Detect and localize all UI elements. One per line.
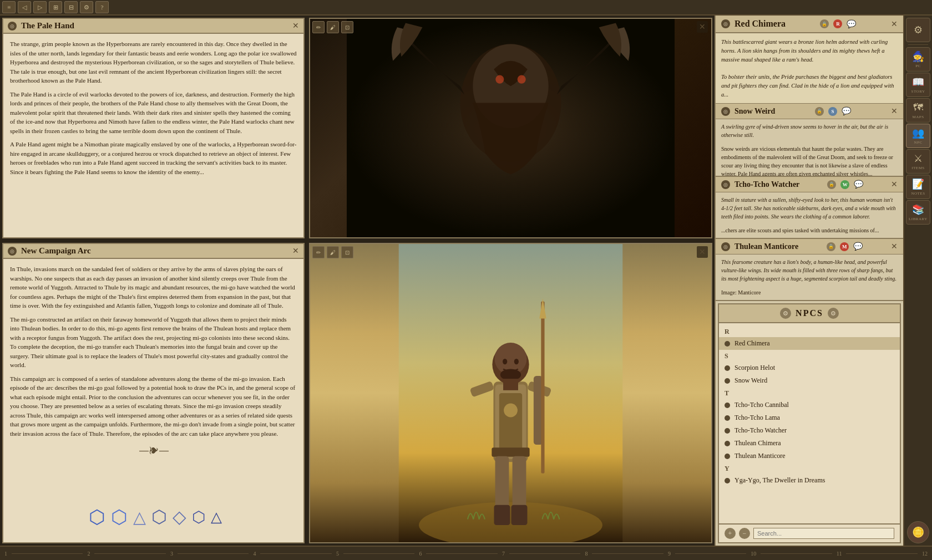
tcho-tcho-desc: Small in stature with a sullen, shifty-e… bbox=[716, 192, 903, 224]
svg-rect-24 bbox=[541, 301, 544, 473]
snow-weird-title: Snow Weird bbox=[735, 107, 775, 116]
die-tetra[interactable]: △ bbox=[211, 508, 222, 526]
die-d20-2[interactable]: ⬡ bbox=[111, 506, 128, 528]
menu-btn[interactable]: ≡ bbox=[2, 1, 16, 13]
monster-image bbox=[310, 19, 711, 237]
sidebar-npc[interactable]: 👥 NPC bbox=[906, 124, 930, 148]
manticore-lock[interactable]: 🔒 bbox=[827, 242, 835, 251]
ruler-3: 3 bbox=[170, 551, 173, 557]
tcho-tcho-close[interactable]: ✕ bbox=[891, 180, 898, 189]
die-d10[interactable]: ⬡ bbox=[192, 508, 205, 526]
img-btn-brush[interactable]: 🖌 bbox=[327, 21, 339, 33]
section-s: S bbox=[719, 350, 900, 362]
settings-btn[interactable]: ⚙ bbox=[80, 1, 93, 13]
sidebar-token[interactable]: 🪙 bbox=[907, 521, 929, 543]
tick-10 bbox=[761, 553, 832, 554]
snow-weird-orb: ◎ bbox=[721, 107, 730, 116]
minus-btn[interactable]: ⊟ bbox=[64, 1, 78, 13]
manticore-chat[interactable]: 💬 bbox=[853, 242, 863, 251]
snow-weird-chat[interactable]: 💬 bbox=[842, 106, 851, 116]
npcs-cog[interactable]: ⚙ bbox=[780, 308, 791, 319]
sidebar-gear[interactable]: ⚙ bbox=[906, 18, 930, 42]
sidebar-notes[interactable]: 📝 NOTES bbox=[906, 175, 930, 199]
s-badge: S bbox=[828, 107, 837, 116]
tcho-tcho-lock[interactable]: 🔒 bbox=[827, 180, 836, 189]
npc-item-snow-weird[interactable]: Snow Weird bbox=[719, 374, 900, 387]
help-btn[interactable]: ? bbox=[95, 1, 109, 13]
back-btn[interactable]: ◁ bbox=[18, 1, 31, 13]
warrior-image bbox=[310, 244, 711, 542]
story-icon: 📖 bbox=[912, 76, 924, 88]
tick-9 bbox=[675, 553, 746, 554]
warrior-img-btn-edit[interactable]: ✏ bbox=[312, 246, 325, 258]
sidebar-pc[interactable]: 🧙 PC bbox=[906, 47, 930, 72]
section-y: Y bbox=[719, 462, 900, 474]
red-chimera-section: ◎ Red Chimera 🔒 R 💬 ✕ This battlescarred… bbox=[716, 16, 903, 104]
campaign-title: New Campaign Arc bbox=[21, 246, 91, 256]
die-d8[interactable]: ◇ bbox=[173, 506, 186, 527]
notes-icon: 📝 bbox=[912, 178, 924, 190]
campaign-close[interactable]: ✕ bbox=[292, 246, 299, 256]
pale-hand-panel: ◎ The Pale Hand ✕ The strange, grim peop… bbox=[2, 18, 305, 238]
campaign-p3: This campaign arc is composed of a serie… bbox=[10, 374, 297, 439]
pc-label: PC bbox=[915, 64, 921, 68]
pale-hand-close[interactable]: ✕ bbox=[292, 21, 299, 30]
red-chimera-desc1: This battlescarred giant wears a bronze … bbox=[721, 38, 898, 64]
sidebar-maps[interactable]: 🗺 MAPS bbox=[906, 98, 930, 123]
warrior-img-btn-crop[interactable]: ⊡ bbox=[341, 246, 353, 258]
red-chimera-title: Red Chimera bbox=[735, 19, 786, 29]
forward-btn[interactable]: ▷ bbox=[33, 1, 47, 13]
snow-weird-lock[interactable]: 🔒 bbox=[815, 107, 824, 116]
tcho-tcho-chat[interactable]: 💬 bbox=[854, 180, 863, 189]
sidebar-library[interactable]: 📚 LIBRARY bbox=[906, 200, 930, 225]
svg-rect-10 bbox=[492, 447, 529, 457]
monster-image-panel: ✏ 🖌 ⊡ bbox=[309, 18, 712, 238]
npc-item-yga-ygo[interactable]: Yga-Ygo, The Dweller in Dreams bbox=[719, 474, 900, 487]
tick-2 bbox=[94, 553, 165, 554]
npc-dot-red-chimera bbox=[725, 341, 730, 347]
red-chimera-close[interactable]: ✕ bbox=[891, 19, 898, 29]
snow-weird-close[interactable]: ✕ bbox=[891, 106, 898, 116]
lock-badge[interactable]: 🔒 bbox=[820, 19, 829, 28]
grid-btn[interactable]: ⊞ bbox=[49, 1, 62, 13]
tcho-tcho-header: ◎ Tcho-Tcho Watcher 🔒 W 💬 ✕ bbox=[716, 177, 903, 192]
pale-hand-title: The Pale Hand bbox=[21, 21, 74, 30]
warrior-panel-close[interactable]: ✕ bbox=[697, 246, 708, 258]
npc-dot-thulean-chimera bbox=[725, 441, 730, 446]
chat-icon[interactable]: 💬 bbox=[847, 19, 856, 29]
img-btn-edit[interactable]: ✏ bbox=[312, 21, 325, 33]
die-d20-1[interactable]: ⬡ bbox=[89, 506, 105, 528]
tcho-tcho-title: Tcho-Tcho Watcher bbox=[735, 180, 799, 189]
npc-item-tcho-lama[interactable]: Tcho-Tcho Lama bbox=[719, 411, 900, 424]
pc-icon: 🧙 bbox=[912, 50, 924, 63]
npc-name-tcho-lama: Tcho-Tcho Lama bbox=[735, 414, 780, 422]
npc-item-red-chimera[interactable]: Red Chimera bbox=[719, 337, 900, 350]
image-panel-close[interactable]: ✕ bbox=[697, 21, 708, 33]
die-d6[interactable]: ⬡ bbox=[151, 506, 167, 527]
sidebar-items[interactable]: ⚔ ITEMS bbox=[906, 149, 930, 174]
svg-point-17 bbox=[503, 359, 507, 364]
manticore-close[interactable]: ✕ bbox=[891, 242, 898, 251]
right-panel: ◎ Red Chimera 🔒 R 💬 ✕ This battlescarred… bbox=[715, 16, 903, 546]
tick-6 bbox=[426, 553, 497, 554]
items-icon: ⚔ bbox=[914, 152, 923, 165]
remove-npc-btn[interactable]: − bbox=[739, 528, 750, 539]
pale-hand-p2: The Pale Hand is a circle of evil warloc… bbox=[10, 90, 297, 136]
pale-hand-header: ◎ The Pale Hand ✕ bbox=[3, 19, 303, 34]
maps-icon: 🗺 bbox=[913, 102, 923, 114]
npcs-cog2[interactable]: ⚙ bbox=[828, 308, 839, 319]
pale-hand-icon: ◎ bbox=[8, 22, 17, 30]
manticore-title: Thulean Manticore bbox=[735, 242, 798, 251]
npc-item-thulean-chimera[interactable]: Thulean Chimera bbox=[719, 437, 900, 450]
gear-icon: ⚙ bbox=[914, 24, 923, 36]
npc-item-scorpion-helot[interactable]: Scorpion Helot bbox=[719, 362, 900, 374]
warrior-img-btn-brush[interactable]: 🖌 bbox=[327, 246, 339, 258]
die-d4[interactable]: △ bbox=[133, 507, 146, 527]
npc-item-tcho-cannibal[interactable]: Tcho-Tcho Cannibal bbox=[719, 399, 900, 411]
img-btn-crop[interactable]: ⊡ bbox=[341, 21, 353, 33]
npc-search-input[interactable] bbox=[753, 528, 894, 539]
add-npc-btn[interactable]: + bbox=[725, 528, 736, 539]
sidebar-story[interactable]: 📖 STORY bbox=[906, 73, 930, 97]
npc-item-thulean-manticore[interactable]: Thulean Manticore bbox=[719, 450, 900, 462]
npc-item-tcho-watcher[interactable]: Tcho-Tcho Watcher bbox=[719, 424, 900, 437]
